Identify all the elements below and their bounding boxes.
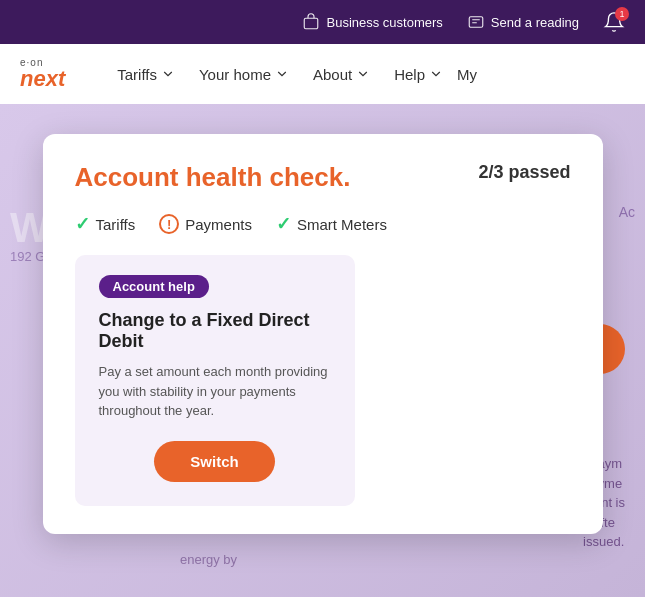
- modal-header: Account health check. 2/3 passed: [75, 162, 571, 193]
- notification-icon-container[interactable]: 1: [603, 11, 625, 33]
- meter-icon: [467, 13, 485, 31]
- payments-warning-icon: !: [159, 214, 179, 234]
- business-icon: [302, 13, 320, 31]
- nav-about[interactable]: About: [303, 60, 380, 89]
- payments-check-label: Payments: [185, 216, 252, 233]
- check-smart-meters: ✓ Smart Meters: [276, 213, 387, 235]
- modal-passed: 2/3 passed: [478, 162, 570, 183]
- smart-meters-check-icon: ✓: [276, 213, 291, 235]
- top-bar: Business customers Send a reading 1: [0, 0, 645, 44]
- business-customers-label: Business customers: [326, 15, 442, 30]
- inner-card-body: Pay a set amount each month providing yo…: [99, 362, 331, 421]
- help-chevron-icon: [429, 67, 443, 81]
- account-health-modal: Account health check. 2/3 passed ✓ Tarif…: [43, 134, 603, 534]
- your-home-chevron-icon: [275, 67, 289, 81]
- check-payments: ! Payments: [159, 214, 252, 234]
- modal-checks: ✓ Tariffs ! Payments ✓ Smart Meters: [75, 213, 571, 235]
- tariffs-check-label: Tariffs: [96, 216, 136, 233]
- switch-button[interactable]: Switch: [154, 441, 274, 482]
- check-tariffs: ✓ Tariffs: [75, 213, 136, 235]
- modal-title: Account health check.: [75, 162, 351, 193]
- about-chevron-icon: [356, 67, 370, 81]
- logo-next: next: [20, 68, 65, 90]
- inner-card-title: Change to a Fixed Direct Debit: [99, 310, 331, 352]
- nav-help[interactable]: Help: [384, 60, 453, 89]
- send-reading-label: Send a reading: [491, 15, 579, 30]
- nav-bar: e·on next Tariffs Your home About Help M…: [0, 44, 645, 104]
- svg-rect-0: [305, 18, 319, 29]
- notification-badge: 1: [615, 7, 629, 21]
- smart-meters-check-label: Smart Meters: [297, 216, 387, 233]
- modal-overlay: Account health check. 2/3 passed ✓ Tarif…: [0, 104, 645, 597]
- nav-my[interactable]: My: [457, 66, 477, 83]
- tariffs-chevron-icon: [161, 67, 175, 81]
- tariffs-check-icon: ✓: [75, 213, 90, 235]
- account-help-badge: Account help: [99, 275, 209, 298]
- logo[interactable]: e·on next: [20, 58, 65, 90]
- inner-card: Account help Change to a Fixed Direct De…: [75, 255, 355, 506]
- nav-items: Tariffs Your home About Help My: [107, 60, 625, 89]
- nav-your-home[interactable]: Your home: [189, 60, 299, 89]
- nav-tariffs[interactable]: Tariffs: [107, 60, 185, 89]
- business-customers-link[interactable]: Business customers: [302, 13, 442, 31]
- send-reading-link[interactable]: Send a reading: [467, 13, 579, 31]
- svg-rect-1: [469, 17, 483, 28]
